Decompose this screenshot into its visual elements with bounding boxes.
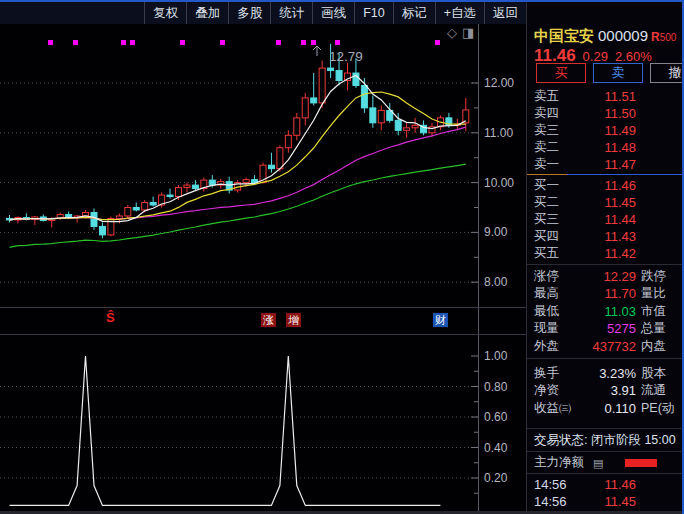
toolbar-button-6[interactable]: 标记 — [393, 2, 435, 24]
event-badge-1[interactable]: 涨 — [261, 313, 276, 327]
main-force-bar — [625, 459, 657, 467]
tick-price: 11.45 — [604, 494, 636, 510]
info-value: 3.91 — [611, 382, 636, 399]
diamond-marker-icon[interactable]: ◇ — [447, 25, 457, 40]
info-label: 收益㈢ — [534, 400, 572, 417]
toolbar-button-2[interactable]: 多股 — [228, 2, 270, 24]
ask-row-1[interactable]: 卖一11.47 — [527, 156, 684, 173]
toolbar-button-8[interactable]: 返回 — [484, 2, 526, 24]
svg-text:8.00: 8.00 — [484, 275, 508, 289]
stat-row-1: 最高11.70量比 — [527, 285, 684, 302]
bid-label: 买一 — [534, 177, 559, 194]
bid-row-4[interactable]: 买四11.43 — [527, 228, 684, 245]
ask-label: 卖五 — [534, 88, 559, 105]
tick-row-1: 14:5611.45 — [527, 494, 684, 510]
stat-label: 现量 — [534, 320, 559, 337]
svg-text:0.80: 0.80 — [484, 380, 508, 394]
event-badge-0[interactable]: Ŝ — [106, 311, 115, 325]
stat-value: 11.70 — [604, 285, 636, 302]
ask-row-4[interactable]: 卖四11.50 — [527, 105, 684, 122]
svg-text:12.79: 12.79 — [329, 49, 363, 64]
bid-label: 买二 — [534, 194, 559, 211]
buy-button[interactable]: 买 — [536, 63, 586, 83]
stat-row-2: 最低11.03市值 — [527, 303, 684, 320]
info-row-1: 净资3.91流通 — [527, 382, 684, 399]
list-icon[interactable]: ▤ — [593, 455, 603, 471]
toolbar-button-3[interactable]: 统计 — [270, 2, 312, 24]
info-value: 0.110 — [604, 400, 636, 417]
event-badge-2[interactable]: 增 — [286, 313, 301, 327]
ask-row-5[interactable]: 卖五11.51 — [527, 88, 684, 105]
chart-toolbar: 复权叠加多股统计画线F10标记+自选返回 — [0, 2, 526, 24]
ask-row-2[interactable]: 卖二11.48 — [527, 139, 684, 156]
bid-label: 买三 — [534, 211, 559, 228]
trading-terminal-window: 复权叠加多股统计画线F10标记+自选返回 12.0011.0010.009.00… — [0, 0, 684, 514]
bid-row-1[interactable]: 买一11.46 — [527, 177, 684, 194]
bid-label: 买四 — [534, 228, 559, 245]
separator — [527, 264, 684, 265]
stat-label2: 总量 — [641, 320, 666, 337]
separator — [527, 451, 684, 452]
toolbar-button-5[interactable]: F10 — [354, 2, 393, 24]
split-view-icon[interactable]: ◨ — [462, 25, 474, 40]
info-value: 3.23% — [599, 365, 636, 382]
bid-price: 11.45 — [604, 194, 636, 211]
ask-label: 卖三 — [534, 122, 559, 139]
bid-price: 11.43 — [604, 228, 636, 245]
stat-value: 11.03 — [604, 303, 636, 320]
ask-price: 11.47 — [604, 156, 636, 173]
ask-label: 卖一 — [534, 156, 559, 173]
stock-code: 000009 — [598, 27, 648, 44]
svg-text:1.00: 1.00 — [484, 349, 508, 363]
stat-label2: 跌停 — [641, 268, 666, 285]
ask-price: 11.50 — [604, 105, 636, 122]
stock-header: 中国宝安000009R500 — [534, 27, 676, 46]
event-badge-3[interactable]: 财 — [433, 313, 448, 327]
toolbar-button-4[interactable]: 画线 — [312, 2, 354, 24]
bid-row-3[interactable]: 买三11.44 — [527, 211, 684, 228]
stat-label2: 市值 — [641, 303, 666, 320]
indicator-chart[interactable]: 1.000.800.600.400.20 — [0, 335, 526, 511]
separator — [527, 358, 684, 359]
toolbar-button-7[interactable]: +自选 — [435, 2, 484, 24]
candlestick-chart[interactable]: 12.0011.0010.009.008.0012.79 — [0, 24, 526, 307]
trade-status-text: 交易状态: 闭市阶段 15:00 — [534, 432, 676, 449]
cancel-button[interactable]: 撤 — [650, 63, 684, 83]
stat-row-4: 外盘437732内盘 — [527, 338, 684, 355]
tick-price: 11.46 — [604, 477, 636, 493]
info-label2: PE(动 — [641, 400, 674, 417]
toolbar-button-1[interactable]: 叠加 — [186, 2, 228, 24]
main-force-label: 主力净额 — [534, 454, 584, 470]
svg-text:0.60: 0.60 — [484, 410, 508, 424]
stat-value: 12.29 — [603, 268, 636, 285]
ask-row-3[interactable]: 卖三11.49 — [527, 122, 684, 139]
bid-row-2[interactable]: 买二11.45 — [527, 194, 684, 211]
sell-button[interactable]: 卖 — [593, 63, 643, 83]
tick-time: 14:56 — [534, 477, 567, 493]
stat-value: 437732 — [593, 338, 636, 355]
toolbar-button-0[interactable]: 复权 — [144, 2, 186, 24]
stat-value: 5275 — [607, 320, 636, 337]
info-label: 净资 — [534, 382, 559, 399]
svg-text:10.00: 10.00 — [484, 176, 514, 190]
bid-price: 11.42 — [604, 245, 636, 262]
stat-label: 最高 — [534, 285, 559, 302]
separator — [527, 428, 684, 429]
stat-label: 涨停 — [534, 268, 559, 285]
separator — [527, 473, 684, 474]
info-label2: 股本 — [641, 365, 666, 382]
bid-price: 11.44 — [604, 211, 636, 228]
info-row-2: 收益㈢0.110PE(动 — [527, 400, 684, 417]
info-label2: 流通 — [641, 382, 666, 399]
ask-price: 11.49 — [604, 122, 636, 139]
main-force-row: 主力净额▤ — [527, 454, 684, 470]
ask-label: 卖二 — [534, 139, 559, 156]
index-tag-500: 500 — [660, 32, 677, 43]
bid-row-5[interactable]: 买五11.42 — [527, 245, 684, 262]
price-change: 0.29 — [583, 49, 608, 64]
svg-text:12.00: 12.00 — [484, 76, 514, 90]
info-label: 换手 — [534, 365, 559, 382]
window-top-border — [0, 0, 684, 2]
bid-price: 11.46 — [604, 177, 636, 194]
ask-price: 11.51 — [604, 88, 636, 105]
